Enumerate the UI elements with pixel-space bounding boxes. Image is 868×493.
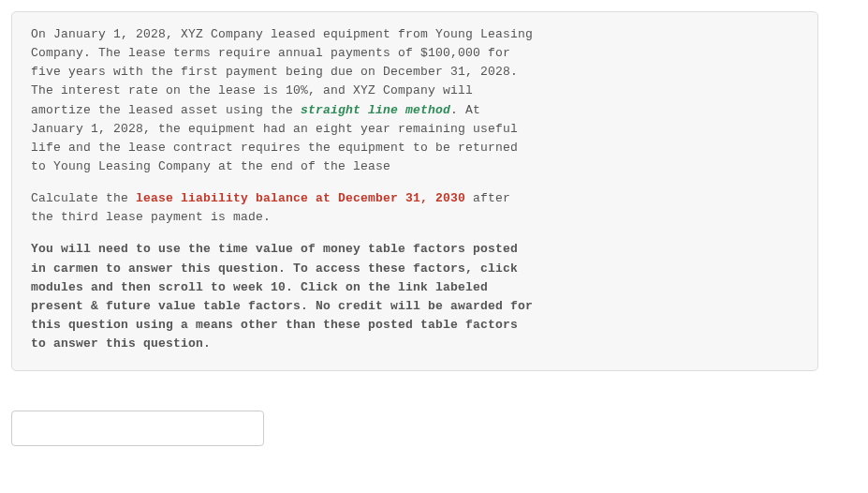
- problem-instructions: You will need to use the time value of m…: [31, 240, 537, 353]
- answer-input[interactable]: [11, 411, 264, 446]
- highlight-straight-line: straight line method: [301, 103, 450, 117]
- question-box: On January 1, 2028, XYZ Company leased e…: [11, 11, 818, 371]
- problem-text-2a: Calculate the: [31, 191, 136, 205]
- problem-paragraph-2: Calculate the lease liability balance at…: [31, 189, 537, 227]
- highlight-lease-liability: lease liability balance at December 31, …: [136, 191, 465, 205]
- problem-paragraph-1: On January 1, 2028, XYZ Company leased e…: [31, 25, 537, 176]
